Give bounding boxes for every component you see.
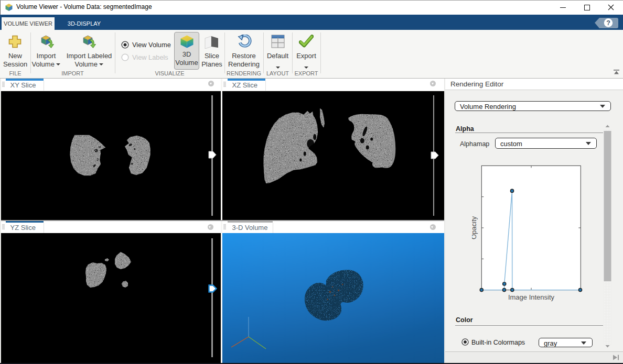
svg-text:Opacity: Opacity xyxy=(472,216,478,239)
svg-text:?: ? xyxy=(606,19,610,26)
svg-text:Image Intensity: Image Intensity xyxy=(508,293,555,301)
